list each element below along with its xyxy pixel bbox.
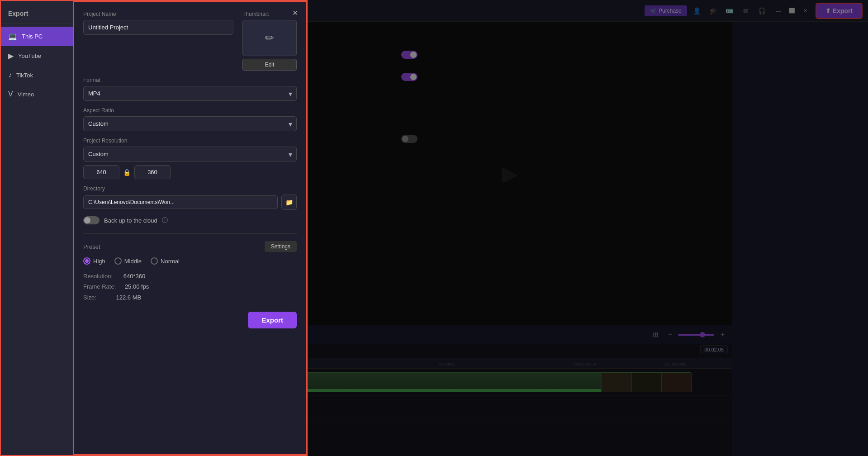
export-action-button[interactable]: Export [248,312,297,328]
cloud-row: Back up to the cloud ⓘ [83,216,297,224]
format-section: Format MP4 [83,77,297,101]
preset-radio-high[interactable]: High [83,257,105,265]
export-btn-row: Export [83,312,297,328]
export-nav-youtube[interactable]: ▶ YouTube [1,46,73,66]
format-select[interactable]: MP4 [83,86,297,101]
preset-radios: High Middle Normal [83,257,297,265]
export-nav-this-pc[interactable]: 💻 This PC [1,27,73,46]
aspect-ratio-section: Aspect Ratio Custom [83,107,297,131]
preset-label: Preset [83,243,100,250]
settings-button[interactable]: Settings [265,241,297,252]
resolution-section: Project Resolution Custom 🔒 [83,138,297,179]
preset-high-label: High [93,258,105,265]
project-thumbnail-row: Project Name Thumbnail: ✏ Edit [83,11,297,71]
export-nav: Export 💻 This PC ▶ YouTube ♪ TikTok V Vi… [1,1,73,455]
export-dialog: Export 💻 This PC ▶ YouTube ♪ TikTok V Vi… [0,0,308,456]
resolution-info-label: Resolution: [83,273,113,280]
preset-radio-middle[interactable]: Middle [114,257,142,265]
cloud-info-icon[interactable]: ⓘ [162,216,168,224]
thumbnail-edit-icon: ✏ [265,32,274,44]
radio-normal-circle [151,257,158,265]
aspect-ratio-select[interactable]: Custom [83,116,297,131]
preset-radio-normal[interactable]: Normal [151,257,180,265]
thumbnail-edit-button[interactable]: Edit [242,59,297,71]
resolution-select[interactable]: Custom [83,147,297,162]
frame-rate-info-row: Frame Rate: 25.00 fps [83,281,297,292]
export-dialog-title: Export [1,5,73,24]
thumbnail-col: Thumbnail: ✏ Edit [242,11,297,71]
resolution-select-wrap: Custom [83,147,297,162]
thumbnail-box[interactable]: ✏ [242,20,297,56]
directory-label: Directory [83,185,297,192]
preset-section: Preset Settings High Middle Normal [83,233,297,328]
export-nav-tiktok[interactable]: ♪ TikTok [1,66,73,85]
directory-row: 📁 [83,195,297,210]
resolution-inputs: 🔒 [83,165,297,179]
export-nav-vimeo[interactable]: V Vimeo [1,85,73,104]
project-name-label: Project Name [83,11,233,17]
preset-normal-label: Normal [161,258,180,265]
this-pc-icon: 💻 [8,32,17,41]
directory-section: Directory 📁 [83,185,297,210]
resolution-label: Project Resolution [83,138,297,144]
cloud-toggle[interactable] [83,216,100,224]
vimeo-icon: V [8,90,13,98]
resolution-info-row: Resolution: 640*360 [83,271,297,281]
cloud-label: Back up to the cloud [104,217,157,224]
radio-middle-circle [114,257,122,265]
frame-rate-label: Frame Rate: [83,283,116,290]
size-label: Size: [83,294,96,301]
preset-header: Preset Settings [83,241,297,252]
aspect-ratio-label: Aspect Ratio [83,107,297,114]
aspect-ratio-select-wrap: Custom [83,116,297,131]
project-name-col: Project Name [83,11,233,71]
preset-info: Resolution: 640*360 Frame Rate: 25.00 fp… [83,271,297,303]
radio-high-circle [83,257,90,265]
vimeo-label: Vimeo [18,91,34,98]
this-pc-label: This PC [22,33,43,40]
format-label: Format [83,77,297,83]
export-overlay: Export 💻 This PC ▶ YouTube ♪ TikTok V Vi… [0,0,868,456]
export-close-button[interactable]: ✕ [289,7,300,18]
project-name-input[interactable] [83,20,233,35]
directory-browse-button[interactable]: 📁 [281,195,297,210]
directory-input[interactable] [83,195,278,209]
size-value: 122.6 MB [116,294,142,301]
format-select-wrap: MP4 [83,86,297,101]
tiktok-label: TikTok [16,72,33,79]
lock-icon: 🔒 [123,169,131,176]
height-input[interactable] [134,165,171,179]
width-input[interactable] [83,165,119,179]
preset-middle-label: Middle [124,258,142,265]
tiktok-icon: ♪ [8,71,12,79]
size-info-row: Size: 122.6 MB [83,292,297,303]
export-form: ✕ Project Name Thumbnail: ✏ Edit Format [73,1,307,455]
youtube-label: YouTube [18,52,41,59]
youtube-icon: ▶ [8,52,14,60]
frame-rate-value: 25.00 fps [125,283,149,290]
resolution-info-value: 640*360 [123,273,145,280]
thumbnail-label: Thumbnail: [242,11,297,17]
